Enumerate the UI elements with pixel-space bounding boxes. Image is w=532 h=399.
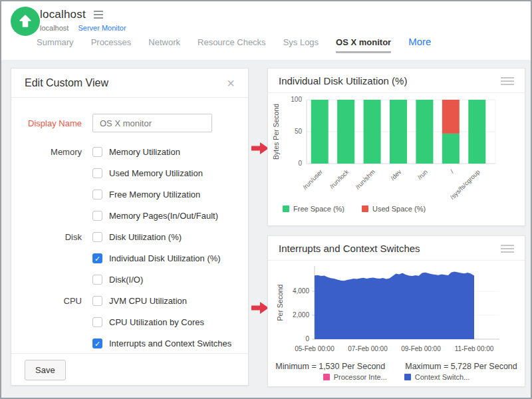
tab-more[interactable]: More (408, 36, 431, 53)
title-menu-icon[interactable] (94, 11, 103, 19)
unchecked-checkbox[interactable] (92, 147, 102, 157)
check-row-memory-utilization: MemoryMemory Utilization (11, 141, 248, 162)
display-name-input[interactable] (92, 114, 212, 132)
display-name-row: Display Name (11, 114, 248, 132)
minmax-row: Minimum = 1,530 Per Second Maximum = 5,7… (268, 362, 525, 371)
checkbox-label: Disk Utilization (%) (109, 232, 182, 242)
panel-header: Edit Custom View × (11, 68, 248, 98)
svg-text:50: 50 (295, 128, 303, 135)
legend-swatch (323, 374, 330, 380)
disk-chart-title: Individual Disk Utilization (%) (279, 75, 407, 86)
legend-label: Free Space (%) (293, 205, 344, 213)
disk-utilization-bar-chart: 050100Bytes Per Second/run/user/run/lock… (268, 93, 525, 201)
legend-item: Processor Inte... (323, 373, 387, 381)
check-row-interrupts-and-context-switches: ✓Interrupts and Context Switches (11, 332, 248, 354)
panel-body: Display Name MemoryMemory UtilizationUse… (11, 114, 248, 354)
checkbox-label: Memory Pages(In/Out/Fault) (109, 211, 218, 221)
interrupts-chart-title: Interrupts and Context Switches (279, 243, 420, 254)
svg-text:4,000: 4,000 (293, 287, 309, 295)
display-name-label: Display Name (11, 118, 82, 128)
tab-bar: SummaryProcessesNetworkResource ChecksSy… (37, 36, 431, 53)
svg-text:/run/lock: /run/lock (328, 168, 350, 190)
page-title: localhost (40, 8, 86, 21)
svg-text:100: 100 (291, 96, 302, 103)
app-window: localhost localhost Server Monitor Summa… (0, 0, 532, 399)
metric-checkbox-list: MemoryMemory UtilizationUsed Memory Util… (11, 141, 248, 354)
check-row-disk-i-o-: Disk(I/O) (11, 269, 248, 290)
unchecked-checkbox[interactable] (92, 190, 102, 200)
unchecked-checkbox[interactable] (92, 232, 102, 242)
checkbox-label: Disk(I/O) (109, 275, 143, 285)
checkbox-label: Memory Utilization (109, 147, 180, 157)
chart-cards: Individual Disk Utilization (%) 050100By… (267, 68, 525, 387)
legend-label: Context Switch... (415, 373, 470, 381)
legend-label: Used Space (%) (372, 205, 426, 213)
check-row-disk-utilization-: DiskDisk Utilization (%) (11, 226, 248, 247)
checked-checkbox[interactable]: ✓ (92, 253, 102, 263)
save-button[interactable]: Save (25, 360, 66, 380)
disk-utilization-card: Individual Disk Utilization (%) 050100By… (267, 68, 525, 226)
check-row-jvm-cpu-utilization: CPUJVM CPU Utilization (11, 290, 248, 311)
group-label-memory: Memory (11, 147, 82, 157)
svg-text:07-Feb 00:00: 07-Feb 00:00 (348, 345, 388, 352)
check-row-free-memory-utilization: Free Memory Utilization (11, 184, 248, 205)
breadcrumb-host[interactable]: localhost (40, 24, 68, 32)
close-icon[interactable]: × (227, 76, 235, 90)
check-row-used-memory-utilization: Used Memory Utilization (11, 162, 248, 184)
svg-text:11-Feb 00:00: 11-Feb 00:00 (455, 345, 494, 352)
up-arrow-icon (17, 13, 33, 29)
breadcrumb-server-monitor[interactable]: Server Monitor (78, 24, 126, 32)
svg-text:/: / (449, 168, 456, 174)
legend-item: Used Space (%) (362, 205, 426, 213)
check-row-cpu-utilization-by-cores: CPU Utilization by Cores (11, 311, 248, 332)
interrupts-chart-legend: Processor Inte...Context Switch... (268, 373, 525, 381)
tab-summary[interactable]: Summary (37, 37, 74, 53)
check-row-individual-disk-utilization-: ✓Individual Disk Utilization (%) (11, 247, 248, 269)
svg-text:/run/user: /run/user (301, 168, 324, 191)
checked-checkbox[interactable]: ✓ (92, 338, 102, 348)
check-row-memory-pages-in-out-fault-: Memory Pages(In/Out/Fault) (11, 205, 248, 226)
panel-footer: Save (11, 353, 248, 385)
disk-card-header: Individual Disk Utilization (%) (268, 68, 525, 93)
svg-text:2,000: 2,000 (293, 311, 309, 319)
edit-custom-view-panel: Edit Custom View × Display Name MemoryMe… (11, 68, 249, 386)
interrupts-area-chart: 02,0004,000Per Second05-Feb 00:0007-Feb … (268, 261, 525, 358)
monitor-status-avatar (11, 7, 40, 36)
legend-swatch (283, 205, 289, 212)
breadcrumb: localhost Server Monitor (40, 24, 126, 32)
tab-network[interactable]: Network (148, 37, 180, 53)
interrupts-card: Interrupts and Context Switches 02,0004,… (267, 235, 525, 387)
unchecked-checkbox[interactable] (92, 296, 102, 306)
svg-text:/run: /run (416, 168, 428, 181)
tab-resource-checks[interactable]: Resource Checks (198, 37, 266, 53)
svg-text:05-Feb 00:00: 05-Feb 00:00 (295, 345, 334, 352)
tab-sys-logs[interactable]: Sys Logs (283, 37, 319, 53)
legend-item: Context Switch... (404, 373, 470, 381)
disk-chart-legend: Free Space (%)Used Space (%) (268, 205, 525, 213)
svg-text:Per Second: Per Second (276, 284, 284, 321)
svg-text:/dev: /dev (389, 168, 403, 182)
unchecked-checkbox[interactable] (92, 317, 102, 327)
interrupts-card-menu-icon[interactable] (501, 243, 514, 254)
svg-text:09-Feb 00:00: 09-Feb 00:00 (401, 345, 441, 352)
svg-text:0: 0 (305, 335, 309, 342)
group-label-disk: Disk (11, 232, 82, 242)
unchecked-checkbox[interactable] (92, 211, 102, 221)
pointer-arrow-bottom (251, 302, 269, 314)
unchecked-checkbox[interactable] (92, 275, 102, 285)
checkbox-label: Free Memory Utilization (109, 190, 200, 200)
unchecked-checkbox[interactable] (92, 168, 102, 178)
svg-text:0: 0 (298, 160, 302, 167)
svg-text:/run/shm: /run/shm (354, 168, 376, 191)
legend-swatch (404, 374, 411, 380)
header: localhost localhost Server Monitor Summa… (1, 1, 531, 60)
checkbox-label: CPU Utilization by Cores (109, 317, 204, 327)
pointer-arrow-top (251, 142, 269, 154)
disk-card-menu-icon[interactable] (501, 76, 514, 86)
tab-os-x-monitor[interactable]: OS X monitor (336, 37, 391, 53)
group-label-cpu: CPU (11, 296, 82, 306)
tab-processes[interactable]: Processes (91, 37, 132, 53)
maximum-value: Maximum = 5,728 Per Second (405, 362, 517, 371)
minimum-value: Minimum = 1,530 Per Second (275, 362, 385, 371)
legend-label: Processor Inte... (334, 373, 387, 381)
